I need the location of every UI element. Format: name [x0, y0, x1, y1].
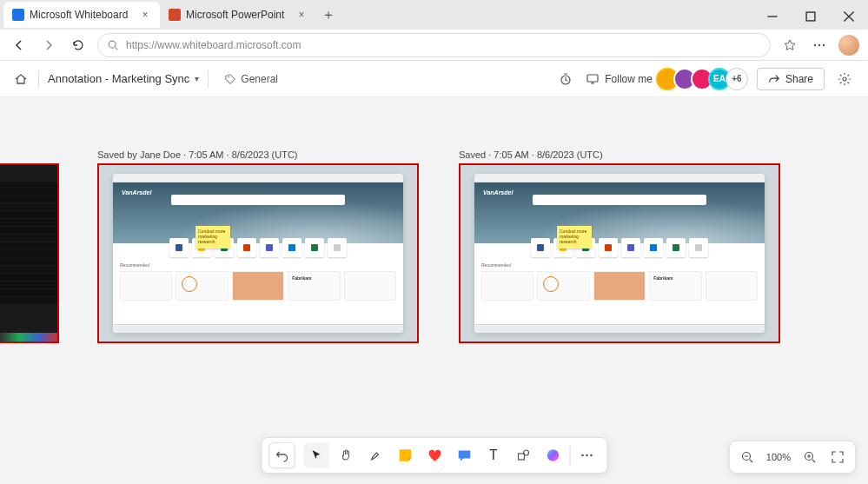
screenshot-label: Saved · 7:05 AM · 8/6/2023 (UTC) — [459, 149, 603, 160]
tag-chip[interactable]: General — [217, 70, 285, 88]
close-window-button[interactable] — [830, 3, 868, 30]
thumbnail-taskbar — [0, 333, 57, 341]
refresh-icon — [71, 38, 85, 52]
annotation-circle-icon — [182, 276, 197, 292]
follow-me-button[interactable]: Follow me — [586, 72, 653, 86]
note-tool[interactable] — [392, 442, 418, 468]
browser-titlebar: Microsoft Whiteboard × Microsoft PowerPo… — [0, 0, 868, 30]
svg-point-5 — [229, 76, 230, 77]
minimize-icon — [766, 10, 779, 23]
pan-tool[interactable] — [333, 442, 359, 468]
sticky-note-icon — [397, 448, 413, 463]
undo-button[interactable] — [268, 442, 295, 468]
settings-button[interactable] — [833, 68, 856, 90]
canvas-screenshot-2[interactable]: VanArsdel Conduct more marketing researc… — [459, 163, 780, 343]
fit-view-button[interactable] — [825, 445, 850, 469]
gear-icon — [838, 72, 851, 86]
address-bar: https://www.whiteboard.microsoft.com — [0, 30, 868, 61]
home-button[interactable] — [12, 70, 30, 88]
tab-title: Microsoft Whiteboard — [30, 9, 128, 21]
minimize-button[interactable] — [753, 3, 792, 30]
hand-icon — [339, 448, 353, 462]
back-button[interactable] — [9, 35, 30, 56]
arrow-right-icon — [42, 38, 56, 52]
svg-point-12 — [581, 454, 584, 457]
zoom-in-icon — [803, 450, 817, 464]
tab-title: Microsoft PowerPoint — [186, 9, 284, 21]
svg-rect-9 — [518, 454, 524, 460]
svg-point-4 — [823, 43, 825, 45]
star-icon — [783, 38, 797, 52]
svg-rect-0 — [806, 12, 815, 21]
divider — [38, 70, 39, 88]
browser-menu-button[interactable] — [809, 35, 830, 56]
forward-button[interactable] — [38, 35, 59, 56]
share-button[interactable]: Share — [757, 68, 825, 90]
share-icon — [768, 73, 780, 85]
timer-button[interactable] — [554, 68, 577, 90]
copilot-icon — [545, 448, 560, 463]
undo-icon — [275, 448, 288, 462]
profile-avatar[interactable] — [838, 35, 859, 56]
maximize-icon — [805, 10, 817, 23]
comment-tool[interactable] — [451, 442, 477, 468]
board-title: Annotation - Marketing Sync — [48, 72, 189, 85]
svg-point-1 — [109, 41, 116, 48]
close-icon[interactable]: × — [295, 9, 308, 21]
copilot-tool[interactable] — [540, 442, 566, 468]
fit-icon — [831, 450, 845, 464]
close-icon[interactable]: × — [139, 9, 151, 21]
new-tab-button[interactable]: ＋ — [316, 3, 341, 27]
zoom-out-button[interactable] — [735, 445, 759, 469]
select-tool[interactable] — [303, 442, 329, 468]
sticky-note: Conduct more marketing research — [557, 226, 592, 249]
present-icon — [586, 72, 600, 86]
zoom-value[interactable]: 100% — [763, 452, 794, 462]
timer-icon — [559, 72, 573, 86]
follow-label: Follow me — [605, 73, 653, 85]
url-input[interactable]: https://www.whiteboard.microsoft.com — [97, 33, 771, 57]
more-tools-button[interactable] — [573, 442, 600, 468]
maximize-button[interactable] — [792, 3, 830, 30]
ink-tool[interactable] — [362, 442, 388, 468]
whiteboard-canvas[interactable]: Saved by Jane Doe · 7:05 AM · 8/6/2023 (… — [0, 97, 868, 484]
tab-powerpoint[interactable]: Microsoft PowerPoint × — [160, 2, 316, 28]
tag-label: General — [241, 73, 278, 85]
board-title-dropdown[interactable]: Annotation - Marketing Sync ▾ — [48, 72, 199, 85]
reaction-tool[interactable] — [421, 442, 447, 468]
svg-point-2 — [814, 43, 816, 45]
svg-point-11 — [547, 449, 559, 461]
svg-rect-7 — [587, 75, 598, 82]
svg-point-8 — [843, 77, 846, 81]
svg-point-13 — [586, 454, 588, 457]
text-icon: T — [489, 448, 498, 463]
window-controls — [753, 3, 868, 30]
text-tool[interactable]: T — [480, 442, 507, 468]
refresh-button[interactable] — [68, 35, 89, 56]
canvas-object-partial[interactable] — [0, 163, 59, 343]
shape-tool[interactable] — [510, 442, 536, 468]
share-label: Share — [785, 73, 813, 85]
arrow-left-icon — [12, 38, 26, 52]
canvas-screenshot-1[interactable]: VanArsdel Conduct more marketing researc… — [97, 163, 419, 343]
thumbnail-content — [0, 182, 59, 304]
close-icon — [843, 10, 855, 23]
heart-icon — [427, 448, 442, 463]
tab-whiteboard[interactable]: Microsoft Whiteboard × — [3, 2, 160, 28]
more-icon — [580, 448, 593, 462]
thumbnail-window: VanArsdel Conduct more marketing researc… — [474, 174, 765, 333]
screenshot-label: Saved by Jane Doe · 7:05 AM · 8/6/2023 (… — [97, 149, 298, 160]
presence-stack[interactable]: EA +6 — [661, 68, 748, 90]
svg-point-3 — [818, 43, 820, 45]
zoom-in-button[interactable] — [798, 445, 822, 469]
favorite-button[interactable] — [779, 35, 800, 56]
annotation-circle-icon — [543, 276, 559, 292]
comment-icon — [456, 448, 472, 463]
zoom-out-icon — [740, 450, 754, 464]
presence-overflow[interactable]: +6 — [726, 68, 748, 90]
url-text: https://www.whiteboard.microsoft.com — [126, 39, 301, 51]
divider — [569, 445, 570, 466]
tag-icon — [224, 73, 236, 85]
svg-point-14 — [590, 454, 593, 457]
whiteboard-header: Annotation - Marketing Sync ▾ General Fo… — [0, 61, 868, 97]
